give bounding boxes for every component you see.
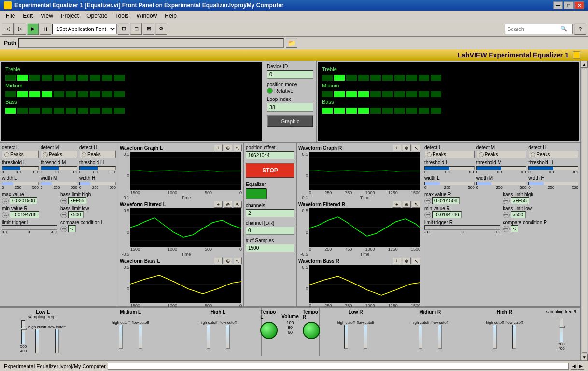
- high-r-flow-cutoff-slider[interactable]: [512, 325, 516, 349]
- right-bass-limit-high-display[interactable]: xFF55: [511, 197, 529, 204]
- min-value-r-knob[interactable]: ◎: [2, 212, 9, 218]
- filtered-pan-button[interactable]: ⊕: [224, 201, 232, 208]
- align-button[interactable]: ⊞: [118, 23, 129, 35]
- high-l-high-cutoff-slider[interactable]: [207, 325, 210, 349]
- right-max-value-display[interactable]: 0.0201508: [432, 197, 460, 204]
- status-scrollbar[interactable]: [108, 363, 569, 370]
- bass-r-pan[interactable]: ⊕: [402, 257, 411, 264]
- samples-display[interactable]: 1500: [246, 244, 294, 252]
- channel-lr-display[interactable]: 0: [246, 227, 294, 235]
- scroll-up-button[interactable]: ▲: [581, 61, 588, 68]
- sampling-freq-l-slider[interactable]: [21, 320, 25, 344]
- graph-r-pan[interactable]: ⊕: [402, 144, 411, 151]
- threshold-m-slider[interactable]: 00.10.1: [41, 166, 77, 174]
- low-r-high-cutoff-slider[interactable]: [344, 325, 348, 349]
- right-threshold-m-slider[interactable]: 00.10.1: [476, 166, 527, 174]
- path-folder-button[interactable]: 📁: [286, 38, 297, 48]
- stop-button[interactable]: STOP: [246, 163, 294, 178]
- midium-r-high-cutoff-slider[interactable]: [419, 325, 422, 349]
- filtered-r-pan[interactable]: ⊕: [402, 201, 411, 208]
- graphic-button[interactable]: Graphic: [267, 115, 313, 127]
- filtered-zoom-button[interactable]: +: [214, 201, 223, 208]
- menu-window[interactable]: Window: [133, 12, 161, 20]
- low-l-high-cutoff-slider[interactable]: [35, 329, 39, 353]
- width-m-slider[interactable]: 0250500: [41, 182, 77, 190]
- right-width-l-slider[interactable]: 0250500: [424, 182, 475, 190]
- max-value-l-knob[interactable]: ◎: [2, 198, 9, 204]
- right-width-h-slider[interactable]: 0250500: [528, 182, 578, 190]
- max-value-l-display[interactable]: 0.0201508: [10, 197, 37, 204]
- right-detect-h-peaks[interactable]: Peaks: [528, 150, 578, 158]
- forward-button[interactable]: ▷: [14, 23, 26, 35]
- status-scroll-right[interactable]: ▶: [577, 363, 584, 370]
- filtered-r-zoom[interactable]: +: [392, 201, 401, 208]
- width-l-slider[interactable]: 0250500: [2, 182, 39, 190]
- high-l-flow-cutoff-slider[interactable]: [226, 325, 230, 349]
- channels-display[interactable]: 2: [246, 209, 294, 217]
- status-scroll-left[interactable]: ◀: [571, 363, 577, 370]
- pause-button[interactable]: ⏸: [40, 23, 51, 35]
- waveform-cursor-button[interactable]: ↖: [233, 144, 242, 151]
- right-threshold-h-slider[interactable]: 00.10.1: [528, 166, 578, 174]
- graph-r-zoom[interactable]: +: [392, 144, 401, 151]
- width-h-slider[interactable]: 0250500: [79, 182, 116, 190]
- detect-m-peaks[interactable]: Peaks: [41, 150, 77, 158]
- menu-help[interactable]: Help: [161, 12, 181, 20]
- bass-r-cursor[interactable]: ↖: [412, 257, 420, 264]
- menu-project[interactable]: Project: [57, 12, 83, 20]
- search-input[interactable]: [507, 26, 560, 32]
- graph-r-cursor[interactable]: ↖: [412, 144, 420, 151]
- right-threshold-l-slider[interactable]: 00.10.1: [424, 166, 475, 174]
- bass-r-zoom[interactable]: +: [392, 257, 401, 264]
- path-input[interactable]: [18, 38, 284, 48]
- waveform-zoom-button[interactable]: +: [214, 144, 223, 151]
- sampling-freq-r-slider[interactable]: [560, 318, 563, 342]
- filtered-r-cursor[interactable]: ↖: [412, 201, 420, 208]
- scroll-down-button[interactable]: ▼: [581, 354, 588, 360]
- threshold-h-slider[interactable]: 00.10.1: [79, 166, 116, 174]
- right-compare-knob[interactable]: ◎: [503, 226, 510, 232]
- position-offset-display[interactable]: 10621044: [246, 151, 294, 159]
- midium-l-flow-cutoff-slider[interactable]: [139, 325, 142, 349]
- bass-limit-low-knob[interactable]: ◎: [60, 212, 67, 218]
- menu-operate[interactable]: Operate: [83, 12, 111, 20]
- bass-cursor-button[interactable]: ↖: [233, 257, 242, 264]
- threshold-l-slider[interactable]: 00.10.1: [2, 166, 39, 174]
- bass-limit-high-knob[interactable]: ◎: [60, 198, 67, 204]
- menu-file[interactable]: File: [2, 12, 19, 20]
- right-min-value-knob[interactable]: ◎: [424, 212, 431, 218]
- resize-button[interactable]: ⊠: [143, 23, 154, 35]
- distribute-button[interactable]: ⊟: [130, 23, 142, 35]
- device-id-value[interactable]: 0: [267, 70, 313, 79]
- bass-limit-low-display[interactable]: x500: [68, 211, 84, 218]
- low-l-flow-cutoff-slider[interactable]: [55, 329, 59, 353]
- right-bass-limit-high-knob[interactable]: ◎: [503, 198, 510, 204]
- right-bass-limit-low-knob[interactable]: ◎: [503, 212, 510, 218]
- search-box[interactable]: 🔍: [505, 24, 573, 34]
- bass-pan-button[interactable]: ⊕: [224, 257, 232, 264]
- detect-h-peaks[interactable]: Peaks: [79, 150, 116, 158]
- menu-tools[interactable]: Tools: [112, 12, 133, 20]
- equalizer-toggle[interactable]: [246, 188, 267, 199]
- back-button[interactable]: ◁: [2, 23, 14, 35]
- right-max-value-knob[interactable]: ◎: [424, 198, 431, 204]
- menu-edit[interactable]: Edit: [19, 12, 37, 20]
- scroll-track[interactable]: [582, 69, 587, 353]
- menu-view[interactable]: View: [37, 12, 57, 20]
- run-button[interactable]: ▶: [27, 23, 39, 35]
- help-button[interactable]: ?: [574, 23, 586, 35]
- compare-l-knob[interactable]: ◎: [60, 226, 67, 232]
- high-r-high-cutoff-slider[interactable]: [493, 325, 497, 349]
- right-detect-m-peaks[interactable]: Peaks: [476, 150, 527, 158]
- minimize-button[interactable]: —: [553, 1, 563, 9]
- right-compare-display[interactable]: <: [511, 225, 518, 232]
- midium-r-flow-cutoff-slider[interactable]: [438, 325, 442, 349]
- midium-l-high-cutoff-slider[interactable]: [119, 325, 123, 349]
- maximize-button[interactable]: □: [564, 1, 574, 9]
- min-value-r-display[interactable]: -0.0194786: [10, 211, 39, 218]
- right-bass-limit-low-display[interactable]: x500: [511, 211, 526, 218]
- right-detect-l-peaks[interactable]: Peaks: [424, 150, 475, 158]
- loop-index-value[interactable]: 38: [267, 103, 313, 112]
- compare-l-display[interactable]: <: [68, 225, 76, 232]
- settings-button[interactable]: ⚙: [155, 23, 167, 35]
